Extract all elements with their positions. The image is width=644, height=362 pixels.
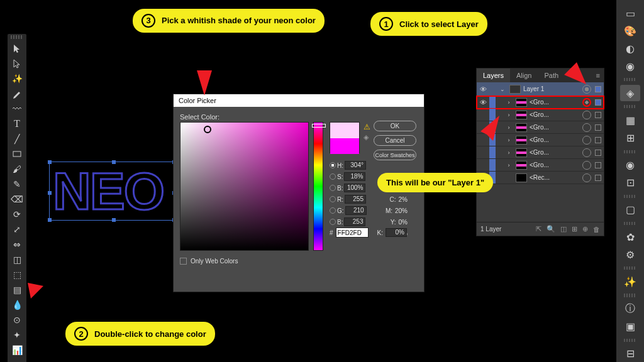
toolbar-grip[interactable] — [11, 35, 23, 39]
delete-layer-icon[interactable]: 🗑 — [593, 226, 600, 233]
target-icon[interactable] — [582, 123, 591, 132]
g-input[interactable]: 210 — [345, 206, 367, 215]
asset-export-icon[interactable]: ⊞ — [620, 130, 640, 146]
h-input[interactable]: 304° — [345, 161, 366, 170]
eyedropper-tool-icon[interactable]: 💧 — [9, 298, 25, 312]
selection-tool-icon[interactable] — [9, 41, 25, 55]
target-icon[interactable] — [582, 161, 591, 170]
visibility-icon[interactable]: 👁 — [477, 85, 489, 93]
g-radio[interactable] — [330, 207, 336, 214]
free-transform-tool-icon[interactable]: ◫ — [9, 253, 25, 266]
expand-icon[interactable]: › — [504, 137, 513, 143]
direct-select-tool-icon[interactable] — [9, 57, 25, 70]
layer-name[interactable]: <Gro... — [530, 99, 581, 106]
target-icon[interactable] — [582, 111, 591, 119]
appearance-icon[interactable]: ◉ — [620, 157, 640, 173]
tab-layers[interactable]: Layers — [477, 69, 510, 82]
graphic-styles-icon[interactable]: ⊡ — [620, 175, 640, 191]
r-input[interactable]: 255 — [345, 195, 366, 204]
layer-name[interactable]: <Gro... — [530, 136, 581, 143]
layer-row-group-1[interactable]: 👁 › <Gro... — [477, 96, 604, 109]
color-panel-icon[interactable]: 🎨 — [620, 23, 640, 39]
shaper-tool-icon[interactable]: ✎ — [9, 177, 25, 191]
wand-tool-icon[interactable]: ✨ — [9, 72, 25, 85]
hue-slider-handle[interactable] — [312, 124, 326, 128]
swatches-button[interactable]: Color Swatches — [374, 150, 416, 160]
line-tool-icon[interactable]: ╱ — [9, 132, 25, 146]
b-radio[interactable] — [330, 185, 336, 191]
r-radio[interactable] — [330, 196, 336, 202]
brushes-icon[interactable]: ✿ — [620, 229, 640, 245]
blend-tool-icon[interactable]: ⊙ — [9, 313, 25, 327]
layer-row-rect[interactable]: <Rec... — [477, 172, 604, 184]
color-field[interactable] — [180, 122, 309, 251]
eraser-tool-icon[interactable]: ⌫ — [9, 192, 25, 206]
target-icon[interactable] — [582, 148, 591, 157]
hex-input[interactable] — [336, 228, 369, 238]
web-colors-checkbox[interactable] — [180, 258, 187, 265]
stroke-icon[interactable]: ✨ — [620, 273, 640, 290]
swatches-panel-icon[interactable]: ◐ — [620, 40, 640, 57]
m-input[interactable]: 20% — [395, 207, 408, 214]
expand-icon[interactable]: › — [504, 99, 513, 106]
layer-name[interactable]: <Gro... — [530, 162, 581, 168]
old-color-swatch[interactable] — [330, 138, 359, 154]
graph-tool-icon[interactable]: 📊 — [9, 343, 25, 357]
brush-tool-icon[interactable]: 🖌 — [9, 162, 25, 176]
layer-name[interactable]: Layer 1 — [523, 85, 581, 92]
artboards-icon[interactable]: ▢ — [620, 202, 640, 218]
artboard-tool-icon[interactable]: ▣ — [9, 358, 25, 362]
cancel-button[interactable]: Cancel — [374, 135, 416, 146]
cube-icon[interactable]: ◈ — [364, 133, 369, 141]
type-tool-icon[interactable]: T — [9, 117, 25, 131]
panel-menu-icon[interactable]: ≡ — [592, 72, 604, 79]
expand-icon[interactable]: › — [504, 150, 513, 156]
shape-builder-tool-icon[interactable]: ⬚ — [9, 268, 25, 282]
visibility-icon[interactable]: 👁 — [477, 99, 489, 106]
gradient-panel-icon[interactable]: ◉ — [620, 58, 640, 74]
k-input2[interactable]: 0% — [386, 228, 407, 237]
clip-mask-icon[interactable]: ◫ — [560, 225, 567, 233]
target-icon[interactable] — [582, 173, 591, 182]
new-sublayer-icon[interactable]: ⊞ — [572, 225, 577, 233]
ok-button[interactable]: OK — [374, 121, 416, 131]
out-of-gamut-icon[interactable]: ⚠ — [364, 123, 370, 131]
bl-input[interactable]: 253 — [344, 217, 365, 226]
layers-collapsed-icon[interactable]: ◈ — [620, 85, 640, 101]
symbols-icon[interactable]: ⚙ — [620, 246, 640, 263]
layer-name[interactable]: <Gro... — [530, 111, 581, 118]
curvature-tool-icon[interactable]: 〰 — [9, 102, 25, 116]
layer-name[interactable]: <Gro... — [530, 124, 581, 131]
libraries-icon[interactable]: ▦ — [620, 112, 640, 128]
info-icon[interactable]: ⓘ — [620, 301, 640, 317]
scale-tool-icon[interactable]: ⤢ — [9, 222, 25, 236]
collapse-icon[interactable]: ⌄ — [498, 86, 507, 92]
s-input[interactable]: 18% — [344, 172, 365, 181]
properties-panel-icon[interactable]: ▭ — [620, 5, 640, 21]
color-cursor-icon[interactable] — [204, 126, 211, 133]
c-input[interactable]: 2% — [399, 196, 408, 203]
expand-icon[interactable]: › — [504, 112, 513, 118]
layer-name[interactable]: <Gro... — [530, 149, 581, 156]
rotate-tool-icon[interactable]: ⟳ — [9, 207, 25, 221]
h-radio[interactable] — [330, 162, 336, 168]
find-icon[interactable]: 🔍 — [547, 225, 555, 233]
tab-align[interactable]: Align — [510, 69, 538, 82]
b-input[interactable]: 100% — [344, 184, 365, 192]
symbol-tool-icon[interactable]: ✦ — [9, 328, 25, 342]
expand-icon[interactable]: › — [504, 162, 513, 168]
bl-radio[interactable] — [330, 219, 336, 225]
expand-icon[interactable]: › — [504, 124, 513, 131]
transform-icon[interactable]: ▣ — [620, 319, 640, 335]
hue-slider[interactable] — [313, 122, 323, 251]
s-radio[interactable] — [330, 173, 336, 180]
align-icon2[interactable]: ⊟ — [620, 346, 640, 362]
new-layer-icon[interactable]: ⊕ — [582, 225, 588, 233]
target-icon[interactable] — [582, 98, 591, 107]
y-input[interactable]: 0% — [399, 219, 408, 226]
locate-icon[interactable]: ⇱ — [536, 225, 541, 233]
gradient-tool-icon[interactable]: ▤ — [9, 283, 25, 297]
layer-name[interactable]: <Rec... — [530, 174, 581, 181]
width-tool-icon[interactable]: ⇔ — [9, 238, 25, 251]
target-icon[interactable] — [582, 85, 591, 94]
